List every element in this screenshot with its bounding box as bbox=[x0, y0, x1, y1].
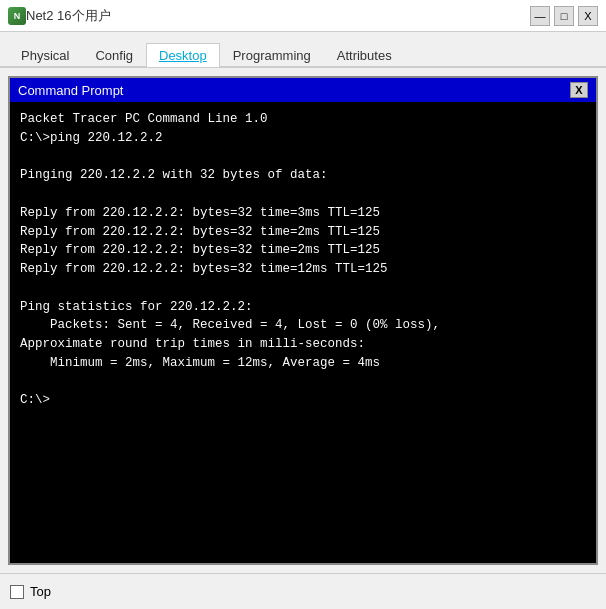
minimize-button[interactable]: — bbox=[530, 6, 550, 26]
tab-bar: Physical Config Desktop Programming Attr… bbox=[0, 32, 606, 68]
tab-desktop[interactable]: Desktop bbox=[146, 43, 220, 67]
title-bar: N Net2 16个用户 — □ X bbox=[0, 0, 606, 32]
tab-physical[interactable]: Physical bbox=[8, 43, 82, 67]
bottom-bar: Top bbox=[0, 573, 606, 609]
cmd-window: Command Prompt X Packet Tracer PC Comman… bbox=[8, 76, 598, 565]
window-controls: — □ X bbox=[530, 6, 598, 26]
top-label: Top bbox=[30, 584, 51, 599]
tab-attributes[interactable]: Attributes bbox=[324, 43, 405, 67]
title-bar-text: Net2 16个用户 bbox=[26, 7, 530, 25]
cmd-titlebar: Command Prompt X bbox=[10, 78, 596, 102]
top-checkbox[interactable] bbox=[10, 585, 24, 599]
cmd-title: Command Prompt bbox=[18, 83, 123, 98]
close-button[interactable]: X bbox=[578, 6, 598, 26]
app-icon: N bbox=[8, 7, 26, 25]
maximize-button[interactable]: □ bbox=[554, 6, 574, 26]
tab-programming[interactable]: Programming bbox=[220, 43, 324, 67]
cmd-close-button[interactable]: X bbox=[570, 82, 588, 98]
main-content: Command Prompt X Packet Tracer PC Comman… bbox=[0, 68, 606, 573]
cmd-output[interactable]: Packet Tracer PC Command Line 1.0 C:\>pi… bbox=[10, 102, 596, 563]
tab-config[interactable]: Config bbox=[82, 43, 146, 67]
